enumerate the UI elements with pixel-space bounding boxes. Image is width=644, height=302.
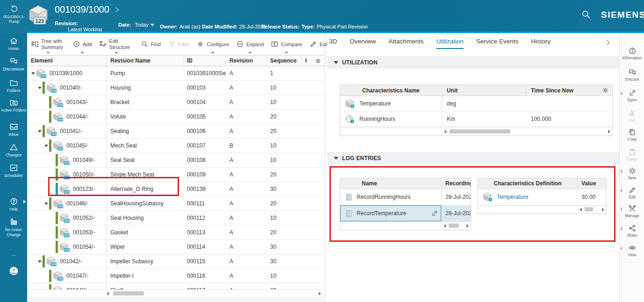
tab-utilization[interactable]: Utilization [436, 38, 464, 49]
table-settings-gear-icon[interactable] [315, 57, 322, 64]
expand-caret[interactable] [50, 159, 56, 162]
log-entries-section-header[interactable]: LOG ENTRIES [327, 152, 619, 164]
sidebar-item-active-folders[interactable]: Active Folders [0, 98, 27, 113]
column-header-revision-name[interactable]: Revision Name [107, 56, 183, 66]
expand-caret[interactable] [30, 72, 36, 75]
table-row-001040[interactable]: 123 001040/- Housing 000103 A 10 [27, 81, 325, 95]
scroll-right-arrow[interactable] [608, 130, 610, 133]
filter-button[interactable]: Filter [168, 33, 189, 55]
log-row-recordtemperature[interactable]: RecordTemperature 28-Jul-2021 [340, 205, 471, 222]
section-collapse-caret-icon[interactable] [334, 61, 338, 64]
find-button[interactable]: Find [141, 33, 161, 55]
sidebar-item-help[interactable]: Help [0, 197, 27, 212]
table-row-001044[interactable]: 123 001044/- Volute 000105 A 20 [27, 110, 325, 124]
tab-history[interactable]: History [531, 38, 551, 49]
column-header-name[interactable]: Name [340, 178, 442, 189]
tab-overview[interactable]: Overview [350, 38, 376, 49]
characteristic-link[interactable]: Temperature [497, 194, 528, 200]
sidebar-item-no-active-change[interactable]: No Active Change [0, 218, 27, 237]
back-context-button[interactable]: 001039/A;1-Pump [2, 5, 26, 24]
sidebar-item-item[interactable] [0, 267, 27, 276]
tab-attachments[interactable]: Attachments [389, 38, 424, 49]
column-header-characteristics-definition[interactable]: Characteristics Definition [478, 178, 578, 189]
scroll-thumb[interactable] [113, 291, 144, 295]
sidebar-item-folders[interactable]: Folders [0, 78, 27, 93]
sidebar-item-home[interactable]: Home [0, 36, 27, 51]
rail-command-new[interactable]: New [620, 167, 644, 180]
log-row-recordrunninghours[interactable]: RecordRunningHours 28-Jul-2021 [340, 189, 471, 205]
section-collapse-caret-icon[interactable] [334, 157, 338, 160]
tabs-overflow-chevron-icon[interactable] [604, 40, 609, 45]
scroll-left-arrow[interactable] [580, 208, 582, 211]
utilization-row-temperature[interactable]: Temperature deg [340, 96, 612, 112]
sidebar-item-item[interactable] [0, 252, 27, 258]
scroll-left-arrow[interactable] [444, 224, 446, 228]
scroll-right-arrow[interactable] [319, 292, 321, 295]
table-row-001052[interactable]: 123 001052/- Seal Housing 000112 A 10 [27, 211, 325, 225]
rail-command-cut[interactable]: Cut [620, 109, 644, 122]
table-row-001041[interactable]: 123 001041/- Sealing 000106 A 20 [27, 124, 325, 139]
rail-command-manage[interactable]: Manage [620, 204, 644, 218]
column-header-characteristics-name[interactable]: Characteristics Name [340, 85, 442, 96]
edit-button[interactable]: Edit [309, 33, 329, 55]
expand-caret[interactable] [36, 130, 43, 133]
expand-caret[interactable] [50, 232, 56, 234]
table-row-001053[interactable]: 123 001053/- Gasket 000113 A 20 [27, 225, 325, 240]
column-header-sequence[interactable]: Sequence [266, 56, 301, 66]
sidebar-item-schedules[interactable]: Schedules [0, 163, 27, 178]
part-thumbnail[interactable]: 123 [28, 5, 50, 27]
scroll-right-arrow[interactable] [466, 224, 469, 228]
expand-caret[interactable] [43, 203, 49, 205]
scroll-thumb[interactable] [450, 129, 510, 133]
scroll-left-arrow[interactable] [444, 130, 446, 133]
expand-caret[interactable] [43, 145, 49, 147]
table-row-001045[interactable]: 123 001045/- Mech.Seal 000107 B 10 [27, 139, 325, 153]
table-row-001039-1000[interactable]: 123 001039/1000 Pump 0010391000Sie... A … [27, 66, 325, 81]
rail-command-view[interactable]: View [620, 244, 644, 257]
table-row-001054[interactable]: 123 001054/- Wiper 000114 A 30 [27, 240, 325, 254]
column-header-value[interactable]: Value [578, 178, 606, 189]
scroll-right-arrow[interactable] [602, 208, 604, 211]
compare-button[interactable]: Compare [271, 33, 302, 55]
rail-command-open[interactable]: Open [620, 89, 644, 102]
expand-caret[interactable] [50, 188, 56, 190]
rail-command-information[interactable]: Information [620, 47, 644, 60]
rail-command-share[interactable]: Share [620, 224, 644, 238]
scroll-thumb[interactable] [449, 224, 459, 228]
expand-caret[interactable] [43, 275, 49, 277]
table-row-001042[interactable]: 123 001042/- Impeller Subassy 000115 A 3… [27, 254, 325, 269]
rail-command-copy[interactable]: Copy [620, 128, 644, 141]
expand-caret[interactable] [50, 217, 56, 219]
table-row-001049[interactable]: 123 001049/- Seal Seat 000108 A 10 [27, 153, 325, 168]
sidebar-item-inbox[interactable]: Inbox [0, 122, 27, 137]
tab-service-events[interactable]: Service Events [476, 38, 518, 49]
rail-command-paste[interactable]: Paste [620, 148, 644, 162]
title-chevron-icon[interactable] [113, 7, 118, 12]
table-row-001047[interactable]: 123 001047/- Impeller-I 000116 A 10 [27, 269, 325, 283]
table-row-001046[interactable]: 123 001046/- SealHousingSubassy 000111 A… [27, 197, 325, 211]
tree-with-summary-button[interactable]: Tree with Summary [31, 33, 65, 55]
utilization-row-runninghours[interactable]: RunningHours Km 100.000 [340, 112, 612, 127]
column-header-recording-time[interactable]: Recording T [442, 178, 471, 189]
utilization-section-header[interactable]: UTILIZATION [327, 56, 619, 69]
add-button[interactable]: Add [72, 33, 92, 55]
characteristic-row-temperature[interactable]: Temperature 30.00 [478, 189, 606, 205]
column-header-revision[interactable]: Revision [226, 56, 266, 66]
table-row-001043[interactable]: 123 001043/- Bracket 000104 A 10 [27, 95, 325, 110]
edit-structure-button[interactable]: Edit Structure [99, 33, 134, 55]
rail-command-edit[interactable]: Edit [620, 186, 644, 199]
configure-button[interactable]: Configure [196, 33, 229, 55]
sidebar-item-discussions[interactable]: Discussions [0, 57, 27, 72]
table-row-001050[interactable]: 123 001050/- Single Mech Seat 000109 A 2… [27, 168, 325, 182]
rail-command-discuss[interactable]: Discuss [620, 68, 644, 82]
tab-3d[interactable]: 3D [329, 38, 337, 49]
sidebar-item-changes[interactable]: Changes [0, 143, 27, 158]
expand-caret[interactable] [50, 174, 56, 176]
open-icon[interactable] [431, 210, 438, 217]
column-header-unit[interactable]: Unit [442, 85, 526, 96]
utilization-settings-gear-icon[interactable] [602, 87, 609, 94]
expand-button[interactable]: Expand [236, 33, 264, 55]
table-row-000123[interactable]: 123 000123/- Alternate_O Ring 000139 A 3… [27, 182, 325, 197]
date-dropdown[interactable]: Date: Today [118, 22, 154, 28]
scroll-left-arrow[interactable] [107, 292, 109, 295]
